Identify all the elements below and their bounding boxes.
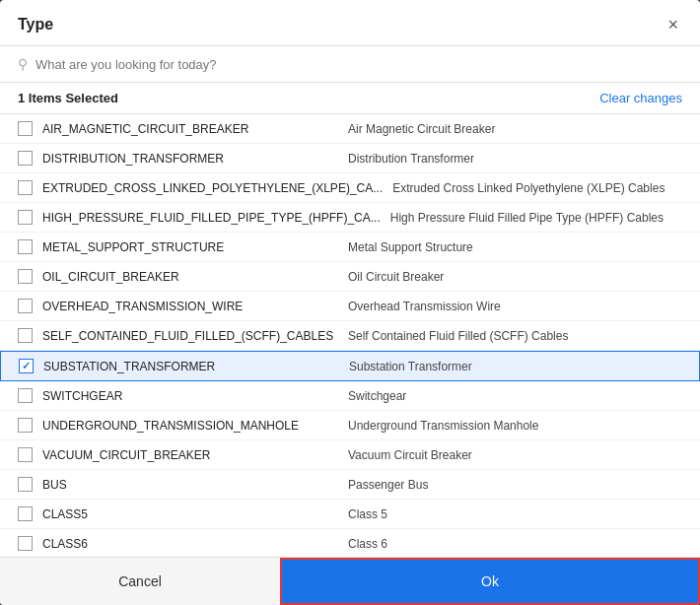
item-label: Passenger Bus <box>348 478 682 492</box>
modal-overlay: Type × ⚲ 1 Items Selected Clear changes … <box>0 0 700 605</box>
item-code: DISTRIBUTION_TRANSFORMER <box>42 152 338 166</box>
checkbox[interactable] <box>18 418 33 433</box>
item-code: CLASS6 <box>42 537 338 551</box>
list-item[interactable]: HIGH_PRESSURE_FLUID_FILLED_PIPE_TYPE_(HP… <box>0 203 700 233</box>
list-item[interactable]: DISTRIBUTION_TRANSFORMERDistribution Tra… <box>0 144 700 173</box>
modal-header: Type × <box>0 0 700 46</box>
item-code: CLASS5 <box>42 507 338 521</box>
list-item[interactable]: OVERHEAD_TRANSMISSION_WIREOverhead Trans… <box>0 292 700 321</box>
item-code: METAL_SUPPORT_STRUCTURE <box>42 240 338 254</box>
selection-bar: 1 Items Selected Clear changes <box>0 83 700 114</box>
item-code: SUBSTATION_TRANSFORMER <box>43 360 339 373</box>
checkbox[interactable] <box>18 239 33 254</box>
type-modal: Type × ⚲ 1 Items Selected Clear changes … <box>0 0 700 605</box>
list-item[interactable]: VACUUM_CIRCUIT_BREAKERVacuum Circuit Bre… <box>0 440 700 470</box>
checkbox[interactable] <box>18 210 33 225</box>
item-label: Substation Transformer <box>349 360 681 373</box>
search-input[interactable] <box>35 57 682 72</box>
list-item[interactable]: SELF_CONTAINED_FLUID_FILLED_(SCFF)_CABLE… <box>0 321 700 351</box>
item-label: Air Magnetic Circuit Breaker <box>348 122 682 136</box>
item-label: Distribution Transformer <box>348 152 682 166</box>
item-label: High Pressure Fluid Filled Pipe Type (HP… <box>390 211 682 225</box>
checkbox[interactable] <box>18 151 33 166</box>
list-item[interactable]: UNDERGROUND_TRANSMISSION_MANHOLEUndergro… <box>0 411 700 440</box>
checkbox[interactable] <box>18 506 33 521</box>
item-code: AIR_MAGNETIC_CIRCUIT_BREAKER <box>42 122 338 136</box>
checkbox[interactable] <box>19 359 34 373</box>
list-item[interactable]: SWITCHGEARSwitchgear <box>0 381 700 411</box>
list-item[interactable]: METAL_SUPPORT_STRUCTUREMetal Support Str… <box>0 233 700 262</box>
item-code: SELF_CONTAINED_FLUID_FILLED_(SCFF)_CABLE… <box>42 329 338 343</box>
item-label: Oil Circuit Breaker <box>348 270 682 284</box>
list-item[interactable]: CLASS5Class 5 <box>0 500 700 529</box>
item-label: Vacuum Circuit Breaker <box>348 448 682 462</box>
item-code: OIL_CIRCUIT_BREAKER <box>42 270 338 284</box>
checkbox[interactable] <box>18 328 33 343</box>
search-bar: ⚲ <box>0 46 700 83</box>
item-label: Overhead Transmission Wire <box>348 300 682 313</box>
item-label: Extruded Cross Linked Polyethylene (XLPE… <box>392 181 682 195</box>
list-item[interactable]: EXTRUDED_CROSS_LINKED_POLYETHYLENE_(XLPE… <box>0 173 700 203</box>
checkbox[interactable] <box>18 121 33 136</box>
item-code: OVERHEAD_TRANSMISSION_WIRE <box>42 300 338 313</box>
checkbox[interactable] <box>18 269 33 284</box>
close-button[interactable]: × <box>664 14 682 35</box>
search-icon: ⚲ <box>18 56 28 72</box>
item-code: BUS <box>42 478 338 492</box>
list-item[interactable]: BUSPassenger Bus <box>0 470 700 500</box>
list-item[interactable]: SUBSTATION_TRANSFORMERSubstation Transfo… <box>0 351 700 381</box>
list-item[interactable]: AIR_MAGNETIC_CIRCUIT_BREAKERAir Magnetic… <box>0 114 700 144</box>
list-item[interactable]: CLASS6Class 6 <box>0 529 700 557</box>
item-code: HIGH_PRESSURE_FLUID_FILLED_PIPE_TYPE_(HP… <box>42 211 381 225</box>
item-code: EXTRUDED_CROSS_LINKED_POLYETHYLENE_(XLPE… <box>42 181 383 195</box>
checkbox[interactable] <box>18 180 33 195</box>
list-item[interactable]: OIL_CIRCUIT_BREAKEROil Circuit Breaker <box>0 262 700 292</box>
selection-count: 1 Items Selected <box>18 91 118 105</box>
checkbox[interactable] <box>18 388 33 403</box>
ok-button[interactable]: Ok <box>280 558 700 605</box>
item-code: UNDERGROUND_TRANSMISSION_MANHOLE <box>42 419 338 433</box>
item-label: Switchgear <box>348 389 682 403</box>
modal-title: Type <box>18 16 53 34</box>
checkbox[interactable] <box>18 477 33 492</box>
item-label: Class 5 <box>348 507 682 521</box>
item-label: Self Contained Fluid Filled (SCFF) Cable… <box>348 329 682 343</box>
item-code: SWITCHGEAR <box>42 389 338 403</box>
item-label: Underground Transmission Manhole <box>348 419 682 433</box>
checkbox[interactable] <box>18 447 33 462</box>
items-list: AIR_MAGNETIC_CIRCUIT_BREAKERAir Magnetic… <box>0 114 700 557</box>
item-label: Metal Support Structure <box>348 240 682 254</box>
item-label: Class 6 <box>348 537 682 551</box>
checkbox[interactable] <box>18 299 33 313</box>
clear-changes-button[interactable]: Clear changes <box>599 91 682 105</box>
modal-footer: Cancel Ok <box>0 557 700 605</box>
item-code: VACUUM_CIRCUIT_BREAKER <box>42 448 338 462</box>
checkbox[interactable] <box>18 536 33 551</box>
cancel-button[interactable]: Cancel <box>0 558 280 605</box>
